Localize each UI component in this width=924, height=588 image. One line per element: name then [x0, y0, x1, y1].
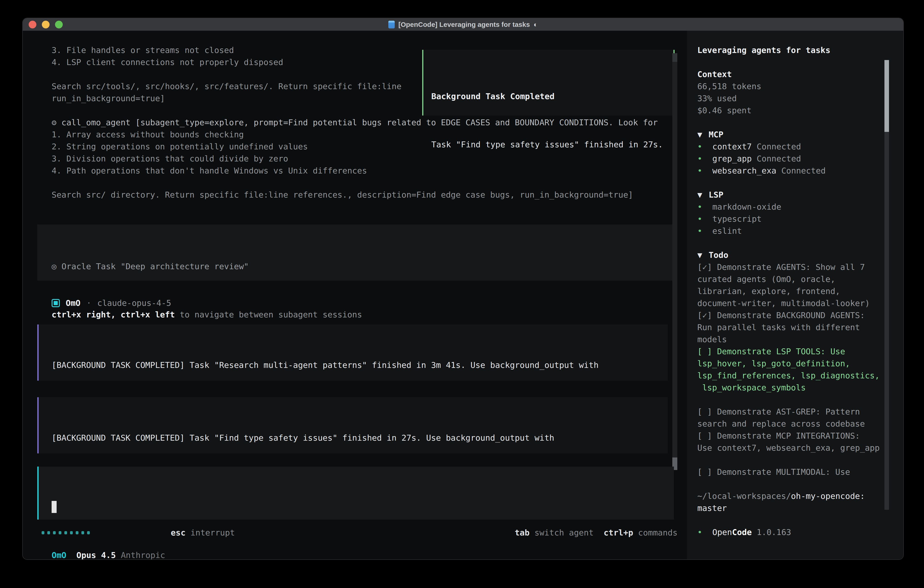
half-moon-icon: ◐ — [534, 21, 538, 28]
record-circle-icon: ◎ — [52, 262, 57, 271]
spinner-dot — [64, 531, 67, 534]
keybinding-hint: ctrl+p commands — [604, 527, 678, 538]
sidebar-session-title: Leveraging agents for tasks — [697, 44, 893, 56]
todo-item-line: curated agents (OmO, oracle, — [697, 273, 893, 285]
green-dot-icon: • — [697, 225, 712, 237]
todo-section-header[interactable]: ▼Todo — [697, 249, 893, 261]
sidebar-line — [697, 393, 893, 406]
todo-item-line: [ ] Demonstrate AST-GREP: Pattern — [697, 406, 893, 418]
collapse-triangle-icon: ▼ — [697, 190, 702, 200]
agent-name: OmO — [66, 297, 81, 309]
green-dot-icon: • — [697, 153, 712, 165]
main-scrollbar[interactable] — [672, 53, 677, 470]
gear-icon: ⚙ — [52, 118, 61, 127]
log-line: Search src/ directory. Return specific f… — [52, 189, 658, 201]
notification-title: Background Task Completed — [431, 90, 673, 102]
context-stat: 33% used — [697, 92, 893, 104]
session-sidebar: Leveraging agents for tasks Context66,51… — [687, 31, 904, 559]
sidebar-line — [697, 116, 893, 129]
oracle-task-box[interactable]: ◎ Oracle Task "Deep architecture review"… — [37, 225, 674, 281]
spinner-dot — [70, 531, 73, 534]
titlebar[interactable]: [OpenCode] Leveraging agents for tasks ◐ — [23, 18, 903, 31]
lsp-server-item: •markdown-oxide — [697, 201, 893, 213]
sidebar-line — [697, 478, 893, 490]
workspace-path: ~/local-workspaces/oh-my-opencode: — [697, 490, 893, 502]
model-status-line: OmO Opus 4.5 Anthropic — [52, 549, 674, 560]
status-bar: esc interrupt tab switch agentctrl+p com… — [23, 527, 687, 538]
opencode-version: •OpenCode 1.0.163 — [697, 526, 893, 538]
context-stat: $0.46 spent — [697, 104, 893, 116]
mcp-server-item: •websearch_exa Connected — [697, 165, 893, 177]
green-dot-icon: • — [697, 526, 712, 538]
background-task-message: [BACKGROUND TASK COMPLETED] Task "Find t… — [37, 397, 668, 453]
context-header: Context — [697, 68, 893, 80]
agent-model: claude-opus-4-5 — [97, 297, 171, 309]
terminal-main-pane: 3. File handles or streams not closed4. … — [23, 31, 687, 559]
close-button[interactable] — [29, 21, 36, 28]
spinner-dot — [53, 531, 56, 534]
window-title-text: [OpenCode] Leveraging agents for tasks — [398, 21, 530, 28]
todo-item-line: lsp_find_references, lsp_diagnostics, — [697, 370, 893, 382]
traffic-lights — [29, 18, 63, 31]
sidebar-scrollbar[interactable] — [884, 60, 889, 510]
collapse-triangle-icon: ▼ — [697, 250, 702, 260]
task-message-line1: [BACKGROUND TASK COMPLETED] Task "Resear… — [52, 359, 668, 371]
todo-item-line: [✓] Demonstrate AGENTS: Show all 7 — [697, 261, 893, 273]
log-line — [52, 177, 658, 189]
spinner-dot — [81, 531, 84, 534]
sidebar-line — [697, 454, 893, 466]
mcp-server-item: •grep_app Connected — [697, 153, 893, 165]
lsp-server-item: •typescript — [697, 213, 893, 225]
green-dot-icon: • — [697, 213, 712, 225]
sidebar-line — [697, 237, 893, 249]
separator-dot: · — [86, 297, 91, 309]
todo-item-line: Use context7, websearch_exa, grep_app — [697, 442, 893, 454]
collapse-triangle-icon: ▼ — [697, 130, 702, 139]
spinner-dot — [76, 531, 78, 534]
sidebar-line — [697, 514, 893, 526]
spinner-dot — [87, 531, 90, 534]
minimize-button[interactable] — [42, 21, 50, 28]
maximize-button[interactable] — [55, 21, 63, 28]
mcp-server-item: •context7 Connected — [697, 140, 893, 153]
input-agent-label: OmO — [52, 549, 66, 560]
todo-item-line: [ ] Demonstrate LSP TOOLS: Use — [697, 345, 893, 357]
lsp-server-item: •eslint — [697, 225, 893, 237]
keybinding-hints: tab switch agentctrl+p commands — [515, 527, 678, 538]
context-stat: 66,518 tokens — [697, 80, 893, 92]
interrupt-hint: esc interrupt — [112, 515, 235, 551]
spinner-dot — [59, 531, 61, 534]
text-cursor — [52, 501, 57, 513]
input-model-label: Opus 4.5 — [76, 549, 116, 560]
background-task-message: [BACKGROUND TASK COMPLETED] Task "Resear… — [37, 324, 668, 381]
omo-agent-icon — [52, 299, 60, 307]
todo-item-line: [✓] Demonstrate BACKGROUND AGENTS: — [697, 309, 893, 321]
window-content: 3. File handles or streams not closed4. … — [23, 31, 903, 559]
background-task-notification: Background Task Completed Task "Find typ… — [422, 50, 675, 116]
sidebar-line — [697, 177, 893, 189]
desktop-background: [OpenCode] Leveraging agents for tasks ◐… — [0, 0, 924, 588]
todo-item-line: [ ] Demonstrate MULTIMODAL: Use — [697, 466, 893, 478]
todo-item-line: lsp_hover, lsp_goto_definition, — [697, 357, 893, 370]
lsp-section-header[interactable]: ▼LSP — [697, 189, 893, 201]
todo-item-line: models — [697, 333, 893, 345]
spinner-dots-icon — [41, 531, 90, 534]
subagent-nav-hint: ctrl+x right, ctrl+x left to navigate be… — [52, 309, 674, 320]
mcp-section-header[interactable]: ▼MCP — [697, 129, 893, 140]
workspace-branch: master — [697, 502, 893, 514]
document-icon — [388, 21, 395, 28]
green-dot-icon: • — [697, 165, 712, 177]
sidebar-line — [697, 56, 893, 68]
oracle-task-title: ◎ Oracle Task "Deep architecture review" — [52, 260, 674, 273]
todo-item-line: lsp_workspace_symbols — [697, 382, 893, 393]
sidebar-scrollbar-thumb[interactable] — [884, 60, 889, 132]
todo-item-line: Run parallel tasks with different — [697, 321, 893, 333]
todo-item-line: document-writer, multimodal-looker) — [697, 297, 893, 309]
task-message-line1: [BACKGROUND TASK COMPLETED] Task "Find t… — [52, 432, 668, 444]
green-dot-icon: • — [697, 201, 712, 213]
prompt-input[interactable]: OmO Opus 4.5 Anthropic — [37, 467, 674, 520]
spinner-dot — [41, 531, 45, 534]
spinner-dot — [47, 531, 50, 534]
window-title: [OpenCode] Leveraging agents for tasks ◐ — [388, 21, 538, 28]
todo-item-line: [ ] Demonstrate MCP INTEGRATIONS: — [697, 430, 893, 442]
